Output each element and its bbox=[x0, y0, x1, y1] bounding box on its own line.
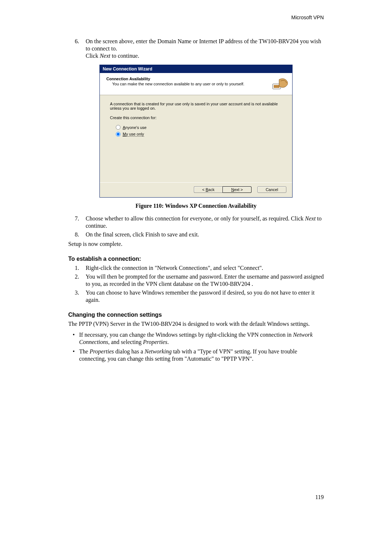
list-text: Right-click the connection in "Network C… bbox=[86, 264, 263, 272]
list-number: 6. bbox=[68, 38, 79, 60]
heading-establish: To establish a connection: bbox=[68, 256, 324, 262]
wizard-body-paragraph: A connection that is created for your us… bbox=[110, 102, 282, 110]
bullet-icon: • bbox=[68, 348, 79, 362]
list-item: 1. Right-click the connection in "Networ… bbox=[68, 264, 324, 272]
list-number: 1. bbox=[68, 264, 79, 272]
list-item: 7. Choose whether to allow this connecti… bbox=[68, 215, 324, 230]
bullet-icon: • bbox=[68, 331, 79, 346]
heading-change: Changing the connection settings bbox=[68, 312, 324, 318]
list-text: You can choose to have Windows remember … bbox=[86, 289, 324, 304]
list-text: On the final screen, click Finish to sav… bbox=[86, 231, 199, 238]
wizard-titlebar: New Connection Wizard bbox=[100, 65, 292, 73]
change-paragraph: The PPTP (VPN) Server in the TW100-BRV20… bbox=[68, 320, 324, 328]
wizard-header-title: Connection Availability bbox=[106, 77, 269, 81]
list-text: Choose whether to allow this connection … bbox=[86, 215, 324, 230]
list-text: If necessary, you can change the Windows… bbox=[79, 331, 324, 346]
bullet-list-change: • If necessary, you can change the Windo… bbox=[68, 331, 324, 362]
wizard-header: Connection Availability You can make the… bbox=[100, 73, 292, 95]
list-number: 7. bbox=[68, 215, 79, 230]
wizard-button-bar: < Back Next > Cancel bbox=[100, 182, 292, 197]
wizard-header-subtitle: You can make the new connection availabl… bbox=[112, 82, 269, 86]
radio-input-myuse[interactable] bbox=[116, 132, 121, 137]
radio-anyones-use[interactable]: Anyone's use bbox=[116, 125, 282, 130]
radio-label-myuse: My use only bbox=[123, 132, 144, 137]
page-header-right: Microsoft VPN bbox=[68, 15, 324, 20]
wizard-dialog: New Connection Wizard Connection Availab… bbox=[99, 65, 293, 198]
numbered-list-mid: 7. Choose whether to allow this connecti… bbox=[68, 215, 324, 238]
radio-input-anyone[interactable] bbox=[116, 125, 121, 130]
radio-my-use-only[interactable]: My use only bbox=[116, 132, 282, 137]
next-button[interactable]: Next > bbox=[222, 186, 252, 193]
document-page: Microsoft VPN 6. On the screen above, en… bbox=[0, 0, 392, 555]
radio-label-anyone: Anyone's use bbox=[123, 125, 147, 130]
list-item: 6. On the screen above, enter the Domain… bbox=[68, 38, 324, 60]
list-text: You will then be prompted for the userna… bbox=[86, 273, 324, 288]
setup-complete-text: Setup is now complete. bbox=[68, 240, 324, 248]
wizard-header-text: Connection Availability You can make the… bbox=[106, 77, 269, 86]
wizard-create-label: Create this connection for: bbox=[110, 116, 282, 120]
page-number: 119 bbox=[315, 494, 324, 501]
wizard-icon bbox=[272, 77, 288, 91]
back-button[interactable]: < Back bbox=[194, 186, 222, 193]
list-number: 3. bbox=[68, 289, 79, 304]
wizard-body: A connection that is created for your us… bbox=[100, 95, 292, 182]
list-item: • If necessary, you can change the Windo… bbox=[68, 331, 324, 346]
list-number: 8. bbox=[68, 231, 79, 238]
list-text: The Properties dialog has a Networking t… bbox=[79, 348, 324, 362]
svg-rect-1 bbox=[274, 85, 279, 88]
list-item: 3. You can choose to have Windows rememb… bbox=[68, 289, 324, 304]
cancel-button[interactable]: Cancel bbox=[257, 186, 286, 193]
numbered-list-establish: 1. Right-click the connection in "Networ… bbox=[68, 264, 324, 304]
numbered-list-top: 6. On the screen above, enter the Domain… bbox=[68, 38, 324, 60]
list-item: 2. You will then be prompted for the use… bbox=[68, 273, 324, 288]
list-item: 8. On the final screen, click Finish to … bbox=[68, 231, 324, 238]
list-item: • The Properties dialog has a Networking… bbox=[68, 348, 324, 362]
list-number: 2. bbox=[68, 273, 79, 288]
list-text: On the screen above, enter the Domain Na… bbox=[86, 38, 324, 60]
figure-caption: Figure 110: Windows XP Connection Availa… bbox=[68, 203, 324, 209]
